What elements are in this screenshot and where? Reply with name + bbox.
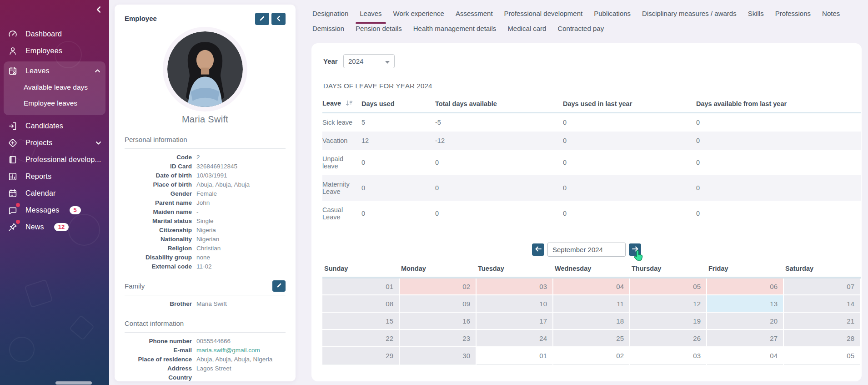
calendar-day-cell[interactable]: 22 (322, 329, 399, 347)
calendar-day-cell[interactable]: 20 (707, 312, 783, 329)
calendar-day-cell[interactable]: 27 (707, 329, 783, 347)
column-header-days-used[interactable]: Days used (361, 95, 435, 113)
info-row-gender: GenderFemale (125, 189, 286, 198)
calendar-day-cell[interactable]: 21 (783, 312, 860, 329)
tab-publications[interactable]: Publications (594, 10, 631, 19)
collapse-panel-button[interactable] (271, 13, 286, 25)
calendar-day-cell[interactable]: 08 (322, 295, 399, 312)
calendar-day-cell[interactable]: 02 (553, 347, 630, 364)
leave-value-cell: 0 (361, 150, 435, 175)
column-header-leave[interactable]: Leave (322, 95, 361, 113)
year-select[interactable]: 2024 (343, 54, 395, 68)
leave-value-cell: 0 (361, 201, 435, 226)
month-input[interactable] (547, 243, 626, 257)
calendar-day-cell[interactable]: 05 (630, 278, 707, 295)
calendar-day-cell[interactable]: 25 (553, 329, 630, 347)
calendar-day-cell[interactable]: 03 (476, 278, 553, 295)
tab-assessment[interactable]: Assessment (456, 10, 493, 19)
prev-month-button[interactable] (532, 243, 544, 256)
tab-demission[interactable]: Demission (312, 25, 344, 34)
tab-designation[interactable]: Designation (312, 10, 348, 19)
info-label: E-mail (125, 346, 192, 355)
tab-health-management-details[interactable]: Health management details (413, 25, 497, 34)
section-header-personal-information: Personal information (125, 134, 286, 145)
calendar-day-cell[interactable]: 04 (707, 347, 783, 364)
calendar-day-cell[interactable]: 01 (322, 278, 399, 295)
sidebar-item-dashboard[interactable]: Dashboard (0, 25, 109, 42)
sidebar-item-employees[interactable]: Employees (0, 42, 109, 59)
tab-leaves[interactable]: Leaves (360, 10, 381, 19)
info-label: Place of birth (125, 180, 192, 189)
calendar-day-cell[interactable]: 03 (630, 347, 707, 364)
horizontal-scrollbar-thumb[interactable] (55, 381, 92, 385)
edit-family-button[interactable] (272, 280, 286, 292)
sidebar-item-leaves[interactable]: Leaves (4, 62, 105, 79)
tab-professions[interactable]: Professions (775, 10, 811, 19)
calendar-day-cell[interactable]: 07 (783, 278, 860, 295)
weekday-header-monday: Monday (399, 263, 476, 278)
sidebar-collapse-icon[interactable] (94, 5, 104, 15)
calendar-day-cell[interactable]: 19 (630, 312, 707, 329)
column-header-days-used-in-last-year[interactable]: Days used in last year (563, 95, 696, 113)
section-divider (125, 295, 286, 295)
leave-value-cell: 12 (361, 132, 435, 150)
calendar-day-cell[interactable]: 30 (399, 347, 476, 364)
calendar-day-cell[interactable]: 06 (707, 278, 783, 295)
info-label: Country (125, 373, 192, 382)
edit-employee-button[interactable] (255, 13, 269, 25)
info-row-country: Country (125, 373, 286, 382)
tab-medical-card[interactable]: Medical card (507, 25, 546, 34)
calendar-day-cell[interactable]: 14 (783, 295, 860, 312)
calendar-day-cell[interactable]: 12 (630, 295, 707, 312)
sidebar-item-projects[interactable]: Projects (0, 134, 109, 151)
sidebar-item-calendar[interactable]: Calendar (0, 185, 109, 202)
tab-skills[interactable]: Skills (748, 10, 764, 19)
sidebar-item-messages[interactable]: Messages5 (0, 202, 109, 218)
tab-disciplinary-measures-awards[interactable]: Disciplinary measures / awards (642, 10, 737, 19)
sidebar-subitem-available-leave-days[interactable]: Available leave days (4, 79, 105, 95)
tab-pension-details[interactable]: Pension details (356, 25, 402, 34)
tab-professional-development[interactable]: Professional development (504, 10, 583, 19)
info-row-phone-number: Phone number0055544666 (125, 337, 286, 346)
tab-work-experience[interactable]: Work experience (393, 10, 444, 19)
calendar-day-cell[interactable]: 24 (476, 329, 553, 347)
sidebar-item-professional-develop[interactable]: Professional develop... (0, 151, 109, 168)
calendar-day-cell[interactable]: 28 (783, 329, 860, 347)
sidebar-item-label: Employees (25, 47, 62, 55)
leave-value-cell: 0 (361, 175, 435, 201)
info-label: Brother (125, 299, 192, 309)
calendar-day-cell[interactable]: 13 (707, 295, 783, 312)
calendar-day-cell[interactable]: 04 (553, 278, 630, 295)
tab-contracted-pay[interactable]: Contracted pay (557, 25, 604, 34)
leave-type-cell: Sick leave (322, 113, 361, 132)
calendar-day-cell[interactable]: 26 (630, 329, 707, 347)
email-link[interactable]: maria.swift@gmail.com (196, 346, 260, 355)
sidebar-item-reports[interactable]: Reports (0, 168, 109, 185)
leave-row-sick-leave: Sick leave5-500 (322, 113, 861, 132)
calendar-day-cell[interactable]: 29 (322, 347, 399, 364)
sidebar-item-label: Calendar (25, 189, 56, 198)
calendar-day-cell[interactable]: 10 (476, 295, 553, 312)
sidebar-subitem-employee-leaves[interactable]: Employee leaves (4, 95, 105, 111)
tab-notes[interactable]: Notes (822, 10, 840, 19)
calendar-day-cell[interactable]: 02 (399, 278, 476, 295)
calendar-day-cell[interactable]: 11 (553, 295, 630, 312)
sort-icon[interactable] (346, 100, 353, 107)
leave-value-cell: 0 (696, 132, 861, 150)
sidebar-item-news[interactable]: News12 (0, 218, 109, 235)
calendar-day-cell[interactable]: 09 (399, 295, 476, 312)
employee-panel: Employee (115, 5, 296, 381)
calendar-day-cell[interactable]: 23 (399, 329, 476, 347)
column-header-total-days-available[interactable]: Total days available (435, 95, 563, 113)
calendar-day-cell[interactable]: 01 (476, 347, 553, 364)
info-row-religion: ReligionChristian (125, 244, 286, 253)
calendar-day-cell[interactable]: 15 (322, 312, 399, 329)
calendar-day-cell[interactable]: 05 (783, 347, 860, 364)
calendar-day-cell[interactable]: 16 (399, 312, 476, 329)
column-header-days-available-from-last-year[interactable]: Days available from last year (696, 95, 861, 113)
leave-type-cell: Unpaid leave (322, 150, 361, 175)
sidebar-item-candidates[interactable]: Candidates (0, 117, 109, 134)
calendar-day-cell[interactable]: 17 (476, 312, 553, 329)
year-select-value: 2024 (348, 57, 363, 65)
calendar-day-cell[interactable]: 18 (553, 312, 630, 329)
